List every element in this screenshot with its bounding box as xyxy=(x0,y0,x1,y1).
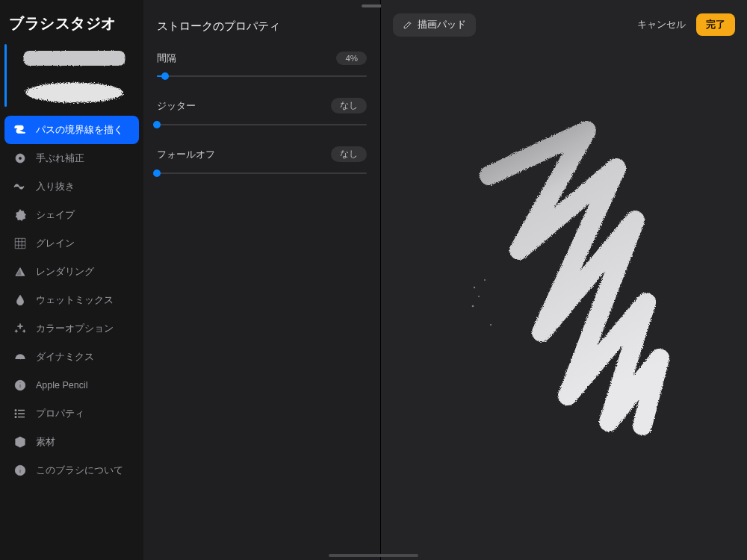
sidebar-item-materials[interactable]: 素材 xyxy=(4,428,139,456)
info-icon xyxy=(13,464,27,477)
target-icon xyxy=(13,152,27,165)
spacing-slider[interactable] xyxy=(157,71,367,81)
control-value-pill[interactable]: なし xyxy=(331,98,367,113)
sidebar-item-grain[interactable]: グレイン xyxy=(4,229,139,258)
properties-panel: ストロークのプロパティ 間隔 4% ジッター なし フォールオフ なし xyxy=(143,0,381,560)
sidebar-item-apple-pencil[interactable]: Apple Pencil xyxy=(4,371,139,399)
brush-preview-stroke[interactable] xyxy=(13,44,136,72)
control-label: フォールオフ xyxy=(157,148,215,161)
cube-icon xyxy=(13,435,27,449)
brush-preview-shape[interactable] xyxy=(13,78,136,107)
svg-point-1 xyxy=(25,82,123,102)
sidebar-item-label: このブラシについて xyxy=(36,464,123,477)
sidebar-item-label: パスの境界線を描く xyxy=(36,124,123,137)
sidebar-item-label: グレイン xyxy=(36,237,75,250)
svg-rect-12 xyxy=(19,467,21,469)
sidebar-item-label: 手ぶれ補正 xyxy=(36,152,84,165)
grid-icon xyxy=(13,237,27,250)
path-icon xyxy=(13,123,27,137)
svg-point-16 xyxy=(484,279,486,281)
sidebar-item-wetmix[interactable]: ウェットミックス xyxy=(4,286,139,314)
svg-rect-11 xyxy=(19,470,21,473)
jitter-slider[interactable] xyxy=(157,119,367,130)
sidebar-item-stabilization[interactable]: 手ぶれ補正 xyxy=(4,144,139,172)
sidebar-item-color[interactable]: カラーオプション xyxy=(4,314,139,343)
sparkle-icon xyxy=(13,322,27,335)
control-value-pill[interactable]: 4% xyxy=(336,52,367,65)
wave-icon xyxy=(13,180,27,193)
svg-point-17 xyxy=(490,324,492,326)
drop-icon xyxy=(13,293,27,307)
info-icon xyxy=(13,379,27,392)
control-jitter: ジッター なし xyxy=(157,98,367,130)
home-indicator xyxy=(329,554,418,557)
sidebar-item-label: カラーオプション xyxy=(36,323,114,335)
control-label: ジッター xyxy=(157,99,196,113)
svg-point-15 xyxy=(472,305,474,308)
svg-rect-6 xyxy=(19,382,21,384)
svg-point-13 xyxy=(474,287,475,288)
falloff-slider[interactable] xyxy=(157,168,367,178)
sidebar-item-properties[interactable]: プロパティ xyxy=(4,399,139,428)
control-falloff: フォールオフ なし xyxy=(157,146,367,178)
gauge-icon xyxy=(13,350,27,364)
svg-point-3 xyxy=(19,157,22,161)
blob-icon xyxy=(13,208,27,222)
sidebar-item-stroke-path[interactable]: パスの境界線を描く xyxy=(4,116,139,144)
selection-indicator xyxy=(4,44,7,107)
properties-title: ストロークのプロパティ xyxy=(157,19,367,34)
sidebar-item-label: ダイナミクス xyxy=(36,351,94,364)
sidebar-item-label: 入り抜き xyxy=(36,181,75,193)
sidebar-item-label: プロパティ xyxy=(36,408,84,420)
sidebar-item-label: ウェットミックス xyxy=(36,294,114,307)
sidebar-item-dynamics[interactable]: ダイナミクス xyxy=(4,343,139,371)
svg-point-8 xyxy=(15,413,16,414)
sidebar-item-shape[interactable]: シェイプ xyxy=(4,201,139,229)
list-icon xyxy=(13,407,27,420)
sidebar-item-rendering[interactable]: レンダリング xyxy=(4,258,139,286)
svg-rect-5 xyxy=(19,385,21,388)
sidebar-item-about[interactable]: このブラシについて xyxy=(4,456,139,485)
svg-rect-0 xyxy=(24,51,125,66)
sidebar-item-label: シェイプ xyxy=(36,209,75,222)
sidebar-title: ブラシスタジオ xyxy=(0,13,143,41)
svg-point-14 xyxy=(478,296,480,297)
sidebar-item-label: レンダリング xyxy=(36,266,94,279)
control-value-pill[interactable]: なし xyxy=(331,146,367,162)
brush-stroke-preview[interactable] xyxy=(381,0,747,560)
sidebar-item-taper[interactable]: 入り抜き xyxy=(4,172,139,201)
triangle-icon xyxy=(13,265,27,279)
control-spacing: 間隔 4% xyxy=(157,52,367,81)
sidebar-item-label: Apple Pencil xyxy=(36,380,88,391)
drawing-canvas-panel: 描画パッド キャンセル 完了 xyxy=(381,0,747,560)
control-label: 間隔 xyxy=(157,52,176,65)
sidebar: ブラシスタジオ xyxy=(0,0,143,560)
svg-point-9 xyxy=(15,417,16,418)
brush-preview-group xyxy=(0,41,143,111)
sidebar-item-label: 素材 xyxy=(36,436,55,449)
sidebar-nav: パスの境界線を描く 手ぶれ補正 入り抜き シェイプ グレイン レンダリング ウェ… xyxy=(0,111,143,489)
svg-point-7 xyxy=(15,410,16,411)
